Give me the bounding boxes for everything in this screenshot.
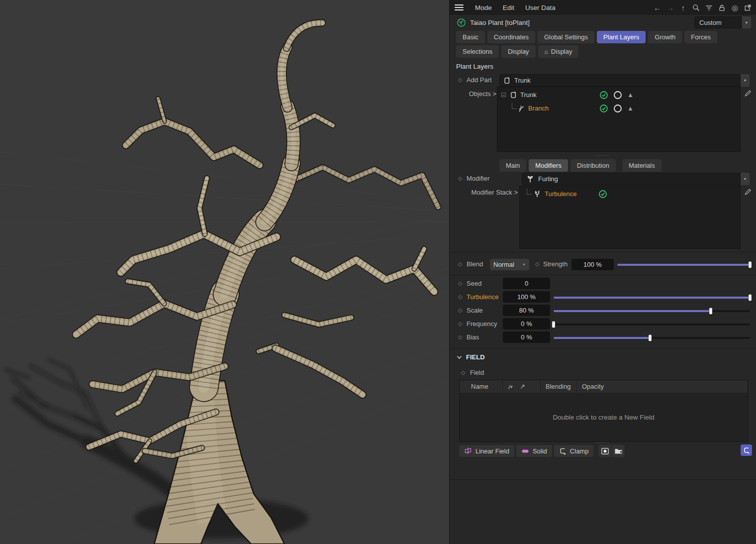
pick-object-pencil-icon[interactable] bbox=[743, 88, 753, 98]
stack-item-name[interactable]: Turbulence bbox=[545, 190, 577, 198]
object-name-branch[interactable]: Branch bbox=[528, 105, 549, 112]
frequency-value-field[interactable]: 0 % bbox=[503, 318, 550, 329]
turbulence-slider[interactable] bbox=[554, 297, 750, 299]
scale-value-field[interactable]: 80 % bbox=[503, 305, 550, 316]
field-list[interactable]: Name ↗ Blending Opacity Double click to … bbox=[459, 380, 748, 442]
tab-coordinates[interactable]: Coordinates bbox=[487, 31, 535, 43]
subtab-main[interactable]: Main bbox=[499, 159, 526, 172]
scale-slider[interactable] bbox=[554, 310, 750, 312]
panel-menubar: Mode Edit User Data ← → ↑ ◎ bbox=[450, 0, 756, 15]
add-part-dropdown-arrow[interactable]: ▼ bbox=[741, 74, 750, 87]
visibility-circle-icon[interactable] bbox=[613, 91, 622, 100]
field-label: Field bbox=[470, 369, 484, 376]
new-folder-button[interactable] bbox=[612, 445, 624, 457]
triangle-icon[interactable]: ▲ bbox=[627, 92, 634, 98]
tab-growth[interactable]: Growth bbox=[648, 31, 682, 43]
column-icons[interactable]: ↗ bbox=[502, 380, 540, 393]
tab-basic[interactable]: Basic bbox=[456, 31, 485, 43]
stack-row-turbulence[interactable]: Turbulence bbox=[520, 187, 740, 201]
seed-value-field[interactable]: 0 bbox=[503, 278, 550, 289]
hamburger-menu-icon[interactable] bbox=[455, 4, 464, 10]
field-list-empty-hint[interactable]: Double click to create a New Field bbox=[460, 393, 748, 442]
enabled-check-icon[interactable] bbox=[598, 190, 607, 199]
viewport-3d[interactable] bbox=[0, 0, 449, 544]
slider-handle[interactable] bbox=[709, 308, 712, 315]
divider bbox=[450, 348, 756, 349]
column-name[interactable]: Name bbox=[460, 380, 502, 393]
forward-arrow-icon[interactable]: → bbox=[666, 3, 674, 12]
lock-icon[interactable] bbox=[718, 3, 726, 12]
add-part-dropdown[interactable]: Trunk bbox=[499, 74, 741, 87]
modifier-label: Modifier bbox=[467, 175, 489, 182]
slider-handle[interactable] bbox=[749, 295, 752, 301]
trunk-icon bbox=[504, 77, 510, 84]
param-row-bias: ◇ Bias 0 % bbox=[450, 331, 756, 344]
visibility-circle-icon[interactable] bbox=[613, 104, 622, 113]
back-arrow-icon[interactable]: ← bbox=[653, 3, 662, 12]
tab-forces[interactable]: Forces bbox=[684, 31, 717, 43]
field-group-header[interactable]: FIELD bbox=[457, 353, 485, 361]
slider-handle[interactable] bbox=[749, 262, 752, 268]
solid-label: Solid bbox=[533, 447, 547, 455]
linear-field-icon bbox=[464, 447, 472, 455]
tab-display[interactable]: Display bbox=[501, 45, 536, 58]
tab-global-settings[interactable]: Global Settings bbox=[538, 31, 594, 43]
blend-dropdown[interactable]: Normal ▼ bbox=[490, 259, 529, 270]
plant-objects-box[interactable]: – Trunk ▲ Branch ▲ bbox=[497, 87, 741, 152]
object-row-trunk[interactable]: – Trunk ▲ bbox=[497, 88, 740, 102]
modifier-row: ◇ Modifier Furling ▼ bbox=[450, 173, 756, 185]
linear-field-button[interactable]: Linear Field bbox=[459, 445, 514, 457]
splitter-handle[interactable]: ······ bbox=[450, 154, 756, 157]
param-label-frequency: Frequency bbox=[467, 320, 497, 327]
bias-value-field[interactable]: 0 % bbox=[503, 331, 550, 343]
menu-mode[interactable]: Mode bbox=[470, 4, 497, 11]
column-blending[interactable]: Blending bbox=[540, 380, 576, 393]
object-title-row: Taiao Plant [toPlant] Custom ▼ bbox=[450, 15, 756, 30]
bias-slider[interactable] bbox=[554, 337, 750, 339]
enabled-check-icon[interactable] bbox=[599, 91, 608, 100]
tab-plant-layers[interactable]: Plant Layers bbox=[597, 31, 646, 43]
expander-icon[interactable]: – bbox=[501, 93, 506, 97]
turbulence-value-field[interactable]: 100 % bbox=[503, 291, 550, 303]
frequency-slider[interactable] bbox=[554, 324, 750, 326]
preset-dropdown[interactable]: Custom bbox=[694, 16, 742, 28]
target-icon[interactable]: ◎ bbox=[731, 3, 739, 12]
menu-user-data[interactable]: User Data bbox=[520, 4, 561, 11]
tab-display-2[interactable]: ⌂ Display bbox=[538, 45, 579, 58]
modifier-stack-box[interactable]: Turbulence bbox=[519, 186, 741, 249]
param-label-turbulence: Turbulence bbox=[467, 293, 499, 301]
splitter-handle[interactable]: ······ bbox=[450, 441, 756, 444]
clamp-button[interactable]: Clamp bbox=[554, 445, 594, 457]
solid-button[interactable]: Solid bbox=[516, 445, 552, 457]
field-clamp-toggle-button[interactable] bbox=[741, 444, 752, 456]
strength-value-field[interactable]: 100 % bbox=[571, 259, 614, 270]
tab-selections[interactable]: Selections bbox=[456, 45, 499, 58]
solid-icon bbox=[521, 448, 529, 454]
subtab-materials[interactable]: Materials bbox=[622, 159, 662, 172]
modifier-dropdown[interactable]: Furling bbox=[522, 173, 741, 185]
blend-row: ◇ Blend Normal ▼ ◇ Strength 100 % bbox=[450, 258, 756, 271]
strength-slider[interactable] bbox=[617, 264, 750, 266]
up-arrow-icon[interactable]: ↑ bbox=[679, 3, 687, 12]
enabled-check-icon[interactable] bbox=[599, 104, 608, 113]
subtab-distribution[interactable]: Distribution bbox=[570, 159, 616, 172]
search-icon[interactable] bbox=[692, 3, 700, 12]
modifier-dropdown-arrow[interactable]: ▼ bbox=[741, 173, 750, 185]
slider-handle[interactable] bbox=[649, 335, 652, 341]
column-opacity[interactable]: Opacity bbox=[576, 380, 748, 393]
triangle-icon[interactable]: ▲ bbox=[627, 105, 634, 111]
preset-dropdown-arrow[interactable]: ▼ bbox=[742, 16, 751, 28]
param-label-bias: Bias bbox=[467, 333, 479, 341]
subtab-modifiers[interactable]: Modifiers bbox=[529, 159, 568, 172]
object-name-trunk[interactable]: Trunk bbox=[520, 91, 537, 99]
filter-icon[interactable] bbox=[705, 3, 713, 12]
external-link-icon[interactable] bbox=[744, 3, 752, 12]
clamp-icon bbox=[559, 447, 567, 455]
pick-modifier-pencil-icon[interactable] bbox=[743, 187, 753, 197]
param-row-frequency: ◇ Frequency 0 % bbox=[450, 318, 756, 330]
blend-value: Normal bbox=[493, 261, 514, 268]
menu-edit[interactable]: Edit bbox=[497, 4, 520, 11]
solo-circle-button[interactable] bbox=[599, 445, 611, 457]
object-row-branch[interactable]: Branch ▲ bbox=[497, 102, 740, 115]
slider-handle[interactable] bbox=[552, 322, 555, 328]
